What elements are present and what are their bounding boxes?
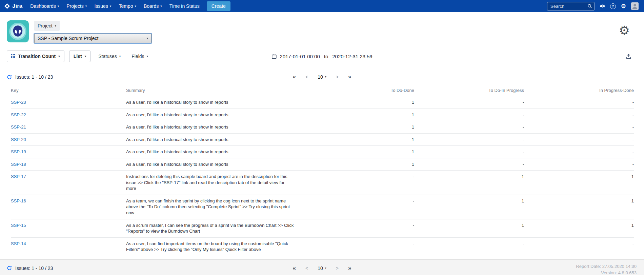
issues-table-body: SSP-23As a user, I'd like a historical s… — [11, 96, 634, 256]
issue-key-link[interactable]: SSP-14 — [11, 241, 26, 246]
refresh-icon[interactable] — [7, 75, 12, 80]
table-row: SSP-14As a user, I can find important it… — [11, 237, 634, 256]
report-toolbar: Transition Count ▾ List ▾ Statuses ▾ Fie… — [0, 43, 644, 62]
report-info: Report Date: 27.05.2020 14:30 Version: 4… — [576, 263, 637, 275]
chevron-down-icon: ▾ — [58, 55, 60, 58]
issue-summary: As a user, I'd like a historical story t… — [126, 158, 306, 171]
transition-count-cell: 1 — [306, 109, 414, 121]
pagination-first[interactable]: « — [293, 74, 296, 80]
pagination-last[interactable]: » — [348, 265, 351, 272]
transition-count-cell: - — [524, 121, 634, 134]
transition-count-cell: 1 — [306, 146, 414, 158]
admin-gear-icon[interactable]: ⚙ — [621, 3, 626, 9]
issues-bar-top: Issues: 1 - 10 / 23 « < 10 ▾ > » — [0, 74, 644, 80]
project-avatar — [7, 20, 29, 42]
issue-key-link[interactable]: SSP-18 — [11, 162, 26, 167]
project-select-value: SSP - Sample Scrum Project — [38, 36, 98, 41]
project-type-dropdown[interactable]: Project ▾ — [34, 21, 60, 31]
date-to: 2020-12-31 23:59 — [332, 54, 372, 59]
fields-label: Fields — [132, 54, 144, 59]
transition-count-cell: 1 — [414, 219, 524, 237]
pagination-next[interactable]: > — [336, 74, 339, 80]
report-type-dropdown[interactable]: Transition Count ▾ — [7, 51, 64, 62]
issue-key-link[interactable]: SSP-19 — [11, 149, 26, 154]
issue-key-cell: SSP-19 — [11, 146, 126, 158]
search-box — [547, 2, 595, 11]
statuses-label: Statuses — [98, 54, 117, 59]
transition-count-cell: - — [524, 237, 634, 256]
pagination-first[interactable]: « — [293, 265, 296, 272]
report-settings-gear-icon[interactable]: ⚙ — [619, 24, 630, 37]
nav-tempo[interactable]: Tempo ▾ — [115, 0, 140, 12]
nav-issues[interactable]: Issues ▾ — [90, 0, 115, 12]
page-size-select[interactable]: 10 ▾ — [318, 266, 326, 271]
report-header: Project ▾ SSP - Sample Scrum Project ▾ ⚙ — [0, 12, 644, 43]
help-icon[interactable]: ? — [610, 3, 616, 9]
chevron-down-icon: ▾ — [110, 5, 112, 8]
nav-label: Projects — [66, 3, 84, 9]
issue-summary: As a user, I'd like a historical story t… — [126, 133, 306, 146]
jql-query: project = "SSP" AND created >= "2017-01-… — [0, 273, 644, 275]
table-row: SSP-16As a team, we can finish the sprin… — [11, 195, 634, 219]
table-row: SSP-15As a scrum master, I can see the p… — [11, 219, 634, 237]
view-type-dropdown[interactable]: List ▾ — [69, 51, 90, 62]
transition-count-cell: - — [306, 219, 414, 237]
page-size-value: 10 — [318, 266, 323, 271]
transition-count-cell: - — [306, 171, 414, 195]
nav-label: Tempo — [119, 3, 133, 9]
refresh-icon[interactable] — [7, 266, 12, 271]
grid-icon — [11, 54, 15, 58]
issue-key-link[interactable]: SSP-21 — [11, 124, 26, 130]
transition-count-cell: - — [524, 158, 634, 171]
issues-table: Key Summary To Do-Done To Do-In Progress… — [11, 84, 634, 256]
transition-count-cell: 1 — [306, 96, 414, 109]
issue-key-link[interactable]: SSP-23 — [11, 100, 26, 105]
table-row: SSP-20As a user, I'd like a historical s… — [11, 133, 634, 146]
export-icon[interactable] — [625, 53, 632, 60]
search-icon[interactable] — [587, 4, 592, 8]
project-select[interactable]: SSP - Sample Scrum Project ▾ — [34, 34, 152, 43]
project-block: Project ▾ SSP - Sample Scrum Project ▾ — [7, 20, 152, 43]
date-to-label: to — [324, 54, 328, 59]
pagination-prev[interactable]: < — [305, 74, 308, 80]
column-inprogress-done: In Progress-Done — [524, 84, 634, 96]
jira-logo[interactable]: Jira — [4, 3, 22, 9]
date-range-picker[interactable]: 2017-01-01 00:00 to 2020-12-31 23:59 — [271, 54, 372, 59]
nav-projects[interactable]: Projects ▾ — [63, 0, 90, 12]
issue-key-cell: SSP-15 — [11, 219, 126, 237]
nav-label: Dashboards — [30, 3, 56, 9]
project-selects: Project ▾ SSP - Sample Scrum Project ▾ — [34, 20, 152, 43]
user-avatar[interactable] — [631, 2, 639, 10]
nav-dashboards[interactable]: Dashboards ▾ — [26, 0, 63, 12]
pagination-next[interactable]: > — [336, 266, 339, 271]
pagination-top: « < 10 ▾ > » — [293, 74, 351, 80]
nav-boards[interactable]: Boards ▾ — [140, 0, 166, 12]
statuses-dropdown[interactable]: Statuses ▾ — [95, 51, 124, 62]
fields-dropdown[interactable]: Fields ▾ — [128, 51, 151, 62]
transition-count-cell: - — [414, 146, 524, 158]
issues-count: Issues: 1 - 10 / 23 — [15, 266, 53, 271]
pagination-last[interactable]: » — [348, 74, 351, 80]
create-button[interactable]: Create — [207, 1, 230, 11]
issue-summary: As a user, I can find important items on… — [126, 237, 306, 256]
issue-key-link[interactable]: SSP-17 — [11, 174, 26, 179]
announcement-megaphone-icon[interactable] — [600, 3, 605, 9]
issue-key-link[interactable]: SSP-15 — [11, 223, 26, 228]
transition-count-cell: 1 — [524, 171, 634, 195]
issue-key-link[interactable]: SSP-16 — [11, 198, 26, 203]
issue-summary: As a team, we can finish the sprint by c… — [126, 195, 306, 219]
issue-key-link[interactable]: SSP-22 — [11, 112, 26, 117]
issue-summary: As a user, I'd like a historical story t… — [126, 96, 306, 109]
table-row: SSP-18As a user, I'd like a historical s… — [11, 158, 634, 171]
pagination-prev[interactable]: < — [305, 266, 308, 271]
page-footer: Issues: 1 - 10 / 23 « < 10 ▾ > » Report … — [0, 259, 644, 275]
table-row: SSP-19As a user, I'd like a historical s… — [11, 146, 634, 158]
nav-time-in-status[interactable]: Time in Status — [166, 0, 203, 12]
page-size-select[interactable]: 10 ▾ — [318, 74, 326, 80]
top-navbar: Jira Dashboards ▾ Projects ▾ Issues ▾ Te… — [0, 0, 644, 12]
transition-count-cell: 1 — [414, 195, 524, 219]
pagination-bottom: « < 10 ▾ > » — [293, 265, 351, 272]
chevron-down-icon: ▾ — [147, 55, 148, 58]
issue-key-link[interactable]: SSP-20 — [11, 137, 26, 142]
chevron-down-icon: ▾ — [325, 76, 326, 78]
